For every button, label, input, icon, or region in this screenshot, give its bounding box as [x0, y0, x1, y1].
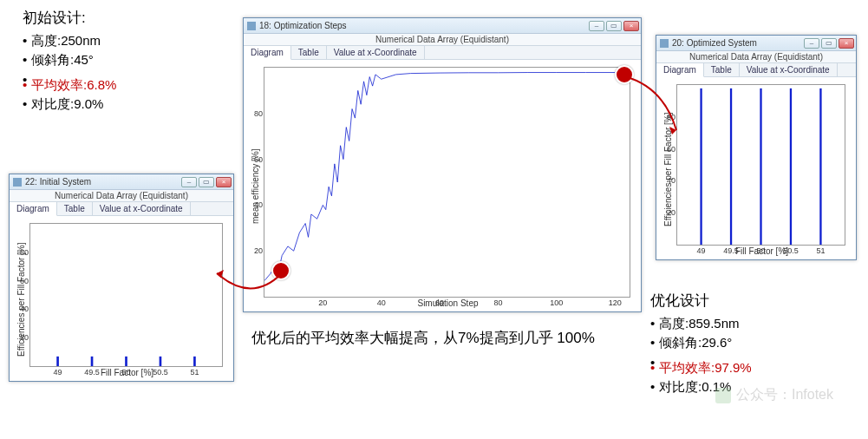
maximize-button[interactable]: ▭: [606, 21, 622, 31]
tab-table[interactable]: Table: [57, 202, 93, 215]
plot-center: 20406080 20406080100120: [264, 67, 630, 298]
initial-design-block: 初始设计: 高度:250nm 倾斜角:45° 平均效率:6.8% 对比度:9.0…: [23, 7, 116, 115]
window-initial-system[interactable]: 22: Initial System – ▭ × Numerical Data …: [9, 174, 234, 382]
plot-left: 20406080 4949.55050.551: [29, 223, 223, 367]
plot-area-center: mean efficiency [%] 20406080 20406080100…: [244, 60, 641, 311]
initial-heading: 初始设计:: [23, 7, 116, 29]
plot-right: 20406080 4949.55050.551: [676, 84, 845, 246]
titlebar-right[interactable]: 20: Optimized System – ▭ ×: [656, 36, 856, 51]
subtitle-center: Numerical Data Array (Equidistant): [244, 34, 641, 46]
optimized-line-2: 平均效率:97.9%: [650, 358, 752, 378]
svg-rect-0: [56, 357, 59, 366]
tab-table[interactable]: Table: [291, 46, 327, 59]
marker-end-dot: [615, 65, 634, 84]
tab-value-at-x[interactable]: Value at x-Coordinate: [740, 63, 838, 76]
close-button[interactable]: ×: [839, 38, 854, 49]
app-icon: [247, 22, 256, 30]
maximize-button[interactable]: ▭: [199, 177, 214, 187]
svg-rect-6: [730, 88, 732, 245]
minimize-button[interactable]: –: [589, 21, 604, 31]
svg-rect-2: [125, 357, 127, 366]
svg-rect-8: [790, 88, 792, 245]
window-title-right: 20: Optimized System: [672, 38, 804, 48]
minimize-button[interactable]: –: [181, 177, 197, 187]
tabs-center: Diagram Table Value at x-Coordinate: [244, 46, 641, 60]
optimized-line-1: 倾斜角:29.6°: [650, 333, 752, 353]
tab-diagram[interactable]: Diagram: [10, 202, 57, 216]
svg-rect-9: [819, 88, 821, 245]
svg-rect-1: [91, 357, 94, 366]
wechat-icon: [715, 388, 731, 403]
initial-list: 高度:250nm 倾斜角:45° 平均效率:6.8% 对比度:9.0%: [23, 31, 116, 115]
maximize-button[interactable]: ▭: [821, 38, 837, 49]
optimized-line-0: 高度:859.5nm: [650, 314, 752, 334]
tab-diagram[interactable]: Diagram: [656, 63, 704, 77]
svg-rect-7: [760, 88, 761, 245]
app-icon: [13, 178, 22, 187]
plot-area-left: Efficiencies per Fill Factor [%] 2040608…: [10, 216, 233, 381]
initial-line-1: 倾斜角:45°: [23, 50, 116, 70]
svg-rect-3: [160, 357, 162, 366]
marker-start-dot: [271, 261, 290, 280]
svg-rect-4: [193, 357, 196, 366]
watermark: 公众号：Infotek: [715, 386, 833, 404]
optimized-heading: 优化设计: [650, 290, 752, 312]
window-title-center: 18: Optimization Steps: [259, 21, 589, 30]
app-icon: [660, 39, 669, 48]
svg-rect-5: [700, 88, 702, 245]
titlebar-left[interactable]: 22: Initial System – ▭ ×: [10, 174, 233, 190]
subtitle-left: Numerical Data Array (Equidistant): [10, 190, 233, 202]
close-button[interactable]: ×: [623, 21, 639, 31]
window-optimization-steps[interactable]: 18: Optimization Steps – ▭ × Numerical D…: [243, 17, 642, 312]
subtitle-right: Numerical Data Array (Equidistant): [656, 51, 856, 63]
tab-value-at-x[interactable]: Value at x-Coordinate: [327, 46, 425, 59]
window-optimized-system[interactable]: 20: Optimized System – ▭ × Numerical Dat…: [656, 35, 857, 260]
tab-table[interactable]: Table: [704, 63, 740, 76]
tabs-right: Diagram Table Value at x-Coordinate: [656, 63, 856, 77]
initial-line-0: 高度:250nm: [23, 31, 116, 51]
caption-text: 优化后的平均效率大幅提高，从7%提高到几乎 100%: [251, 326, 616, 350]
tabs-left: Diagram Table Value at x-Coordinate: [10, 202, 233, 216]
close-button[interactable]: ×: [216, 177, 232, 187]
minimize-button[interactable]: –: [804, 38, 819, 49]
tab-diagram[interactable]: Diagram: [244, 46, 291, 60]
initial-line-3: 对比度:9.0%: [23, 95, 116, 115]
window-title-left: 22: Initial System: [25, 177, 181, 187]
tab-value-at-x[interactable]: Value at x-Coordinate: [93, 202, 191, 215]
titlebar-center[interactable]: 18: Optimization Steps – ▭ ×: [244, 18, 641, 34]
initial-line-2: 平均效率:6.8%: [23, 75, 116, 95]
plot-area-right: Efficiencies per Fill Factor [%] 2040608…: [656, 77, 856, 259]
optimized-design-block: 优化设计 高度:859.5nm 倾斜角:29.6° 平均效率:97.9% 对比度…: [650, 290, 752, 397]
optimized-list: 高度:859.5nm 倾斜角:29.6° 平均效率:97.9% 对比度:0.1%: [650, 314, 752, 397]
